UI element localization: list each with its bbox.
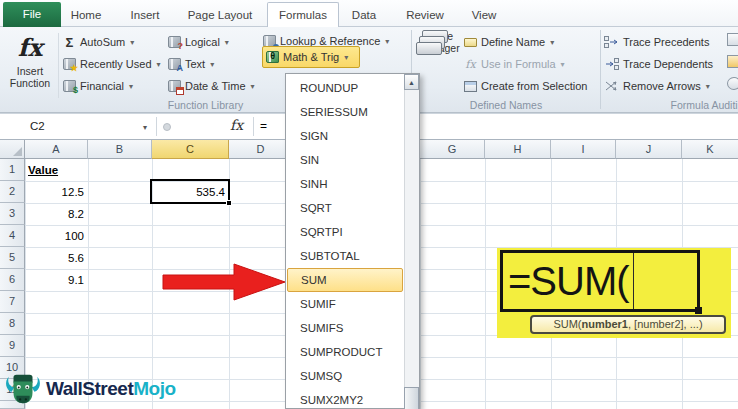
menu-item-sumproduct[interactable]: SUMPRODUCT bbox=[286, 340, 404, 364]
column-header-h[interactable]: H bbox=[485, 140, 551, 159]
create-from-selection-button[interactable]: Create from Selection bbox=[464, 76, 587, 96]
menu-item-sqrtpi[interactable]: SQRTPI bbox=[286, 220, 404, 244]
sum-annotation-cell: =SUM( bbox=[500, 250, 700, 312]
date-time-button[interactable]: Date & Time ▾ bbox=[168, 76, 255, 96]
scroll-up-arrow-icon[interactable]: ▲ bbox=[404, 74, 419, 90]
autosum-label: AutoSum bbox=[80, 36, 125, 48]
scrollbar-thumb[interactable] bbox=[404, 387, 419, 409]
use-in-formula-icon: fx bbox=[464, 58, 477, 71]
menu-item-sumifs[interactable]: SUMIFS bbox=[286, 316, 404, 340]
row-header-5[interactable]: 5 bbox=[0, 247, 25, 269]
insert-function-fx-button[interactable]: fx bbox=[230, 117, 243, 133]
name-box[interactable]: C2 bbox=[0, 114, 140, 139]
tab-formulas[interactable]: Formulas bbox=[267, 2, 339, 27]
menu-item-sqrt[interactable]: SQRT bbox=[286, 196, 404, 220]
column-header-j[interactable]: J bbox=[616, 140, 682, 159]
insert-function-button[interactable]: fx Insert Function bbox=[4, 31, 56, 107]
cell-a5[interactable]: 5.6 bbox=[27, 247, 84, 269]
evaluate-formula-icon-clipped[interactable] bbox=[727, 77, 738, 90]
trace-precedents-label: Trace Precedents bbox=[623, 36, 709, 48]
chevron-down-icon: ▾ bbox=[344, 53, 348, 62]
date-time-icon bbox=[168, 80, 181, 92]
menu-item-sum-highlighted[interactable]: SUM bbox=[287, 268, 403, 292]
trace-dependents-button[interactable]: Trace Dependents bbox=[604, 54, 713, 74]
trace-dependents-icon bbox=[604, 58, 619, 70]
menu-item-sinh[interactable]: SINH bbox=[286, 172, 404, 196]
tab-page-layout[interactable]: Page Layout bbox=[184, 4, 256, 27]
row-header-4[interactable]: 4 bbox=[0, 225, 25, 247]
text-label: Text bbox=[185, 58, 205, 70]
cell-a1[interactable]: Value bbox=[28, 159, 58, 181]
formula-input[interactable]: = bbox=[260, 114, 267, 139]
define-name-button[interactable]: Define Name ▾ bbox=[464, 32, 554, 52]
fill-handle bbox=[695, 307, 702, 314]
cell-a2[interactable]: 12.5 bbox=[27, 181, 84, 203]
column-header-g[interactable]: G bbox=[420, 140, 485, 159]
tab-data[interactable]: Data bbox=[346, 4, 382, 27]
name-box-caret-icon[interactable]: ▾ bbox=[143, 123, 147, 132]
column-header-c[interactable]: C bbox=[152, 140, 229, 159]
recently-used-button[interactable]: ★ Recently Used ▾ bbox=[63, 54, 161, 74]
logical-button[interactable]: ? Logical ▾ bbox=[168, 32, 229, 52]
tab-insert[interactable]: Insert bbox=[125, 4, 165, 27]
tab-view[interactable]: View bbox=[464, 4, 504, 27]
column-header-d[interactable]: D bbox=[229, 140, 293, 159]
tab-home[interactable]: Home bbox=[66, 4, 106, 27]
menu-item-sumif[interactable]: SUMIF bbox=[286, 292, 404, 316]
trace-precedents-button[interactable]: Trace Precedents bbox=[604, 32, 709, 52]
menu-item-roundup[interactable]: ROUNDUP bbox=[286, 76, 404, 100]
math-trig-button[interactable]: θ Math & Trig ▾ bbox=[262, 46, 360, 68]
dropdown-scrollbar[interactable]: ▲ bbox=[404, 74, 419, 408]
error-checking-icon-clipped[interactable] bbox=[727, 55, 738, 68]
chevron-down-icon: ▾ bbox=[251, 82, 255, 91]
chevron-down-icon: ▾ bbox=[225, 38, 229, 47]
menu-item-sumsq[interactable]: SUMSQ bbox=[286, 364, 404, 388]
row-header-6[interactable]: 6 bbox=[0, 269, 25, 291]
row-header-9[interactable]: 9 bbox=[0, 335, 25, 357]
menu-item-sin[interactable]: SIN bbox=[286, 148, 404, 172]
cell-a4[interactable]: 100 bbox=[27, 225, 84, 247]
tab-review[interactable]: Review bbox=[403, 4, 447, 27]
create-from-selection-label: Create from Selection bbox=[481, 80, 587, 92]
autosum-button[interactable]: Σ AutoSum ▾ bbox=[63, 32, 134, 52]
show-formulas-icon-clipped[interactable] bbox=[727, 33, 738, 46]
column-header-a[interactable]: A bbox=[25, 140, 88, 159]
row-header-3[interactable]: 3 bbox=[0, 203, 25, 225]
chevron-down-icon: ▾ bbox=[210, 60, 214, 69]
menu-item-sumx2my2[interactable]: SUMX2MY2 bbox=[286, 388, 404, 409]
wallstreetmojo-watermark: WallStreetMojo bbox=[4, 370, 176, 408]
remove-arrows-label: Remove Arrows bbox=[623, 80, 701, 92]
name-manager-button[interactable]: Name Manager bbox=[416, 30, 462, 54]
brand-primary: WallStreet bbox=[46, 378, 133, 399]
function-tooltip: SUM(number1, [number2], ...) bbox=[530, 315, 726, 334]
tab-file[interactable]: File bbox=[3, 2, 61, 27]
menu-item-seriessum[interactable]: SERIESSUM bbox=[286, 100, 404, 124]
insert-function-icon: fx bbox=[4, 31, 56, 65]
column-header-k[interactable]: K bbox=[682, 140, 738, 159]
fill-handle[interactable] bbox=[226, 200, 232, 206]
text-button[interactable]: A Text ▾ bbox=[168, 54, 214, 74]
chevron-down-icon: ▾ bbox=[129, 82, 133, 91]
column-header-b[interactable]: B bbox=[88, 140, 152, 159]
cell-a6[interactable]: 9.1 bbox=[27, 269, 84, 291]
row-header-8[interactable]: 8 bbox=[0, 313, 25, 335]
row-header-7[interactable]: 7 bbox=[0, 291, 25, 313]
select-all-corner[interactable] bbox=[0, 140, 25, 159]
row-header-2[interactable]: 2 bbox=[0, 181, 25, 203]
create-from-selection-icon bbox=[464, 81, 477, 92]
formula-bar-knob bbox=[163, 123, 171, 131]
chevron-down-icon: ▾ bbox=[561, 60, 565, 69]
use-in-formula-button[interactable]: fx Use in Formula ▾ bbox=[464, 54, 565, 74]
chevron-down-icon: ▾ bbox=[385, 37, 389, 46]
brand-secondary: Mojo bbox=[133, 378, 175, 399]
menu-item-sign[interactable]: SIGN bbox=[286, 124, 404, 148]
cell-a3[interactable]: 8.2 bbox=[27, 203, 84, 225]
selected-cell-border[interactable] bbox=[150, 179, 230, 204]
remove-arrows-button[interactable]: Remove Arrows ▾ bbox=[604, 76, 710, 96]
column-header-i[interactable]: I bbox=[551, 140, 616, 159]
chevron-down-icon: ▾ bbox=[130, 38, 134, 47]
row-header-1[interactable]: 1 bbox=[0, 159, 25, 181]
menu-item-subtotal[interactable]: SUBTOTAL bbox=[286, 244, 404, 268]
logical-label: Logical bbox=[185, 36, 220, 48]
financial-button[interactable]: $ Financial ▾ bbox=[63, 76, 133, 96]
